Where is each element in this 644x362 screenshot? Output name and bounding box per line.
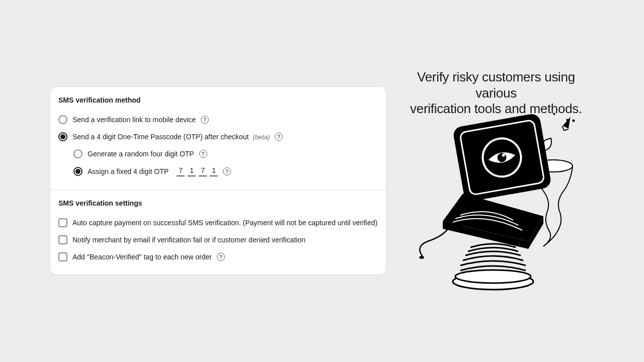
option-random-otp[interactable]: Generate a random four digit OTP bbox=[58, 145, 378, 162]
radio-icon[interactable] bbox=[58, 132, 67, 141]
svg-point-4 bbox=[419, 256, 424, 259]
setting-add-tag[interactable]: Add "Beacon-Verified" tag to each new or… bbox=[58, 248, 378, 265]
option-label: Add "Beacon-Verified" tag to each new or… bbox=[72, 253, 212, 261]
sms-method-title: SMS verification method bbox=[58, 96, 378, 104]
sms-settings-section: SMS verification settings Auto capture p… bbox=[50, 190, 386, 275]
setting-notify-merchant[interactable]: Notify merchant by email if verification… bbox=[58, 231, 378, 248]
otp-digit-3[interactable] bbox=[199, 166, 207, 176]
option-label: Send a 4 digit One-Time Passcode (OTP) a… bbox=[72, 133, 270, 141]
otp-digit-4[interactable] bbox=[210, 166, 218, 176]
radio-icon[interactable] bbox=[73, 149, 83, 158]
checkbox-icon[interactable] bbox=[58, 235, 67, 244]
settings-card: SMS verification method Send a verificat… bbox=[50, 87, 386, 275]
option-label: Send a verification link to mobile devic… bbox=[72, 116, 196, 124]
otp-digit-1[interactable] bbox=[177, 166, 185, 176]
headline-line-1: Verify risky customers using various bbox=[417, 69, 575, 101]
option-label-text: Send a 4 digit One-Time Passcode (OTP) a… bbox=[72, 133, 249, 141]
svg-point-3 bbox=[455, 270, 531, 283]
option-label: Notify merchant by email if verification… bbox=[72, 236, 305, 244]
radio-icon[interactable] bbox=[58, 115, 67, 124]
svg-point-1 bbox=[573, 120, 575, 122]
radio-icon[interactable] bbox=[73, 167, 83, 176]
checkbox-icon[interactable] bbox=[58, 218, 67, 227]
sms-method-section: SMS verification method Send a verificat… bbox=[50, 87, 386, 190]
option-label: Assign a fixed 4 digit OTP bbox=[88, 167, 169, 175]
help-icon[interactable] bbox=[217, 253, 225, 261]
laptop-illustration bbox=[413, 111, 584, 292]
beta-badge: (beta) bbox=[253, 133, 270, 141]
setting-auto-capture[interactable]: Auto capture payment on successful SMS v… bbox=[58, 214, 378, 231]
sms-settings-title: SMS verification settings bbox=[58, 199, 378, 207]
option-label: Auto capture payment on successful SMS v… bbox=[72, 219, 377, 227]
option-fixed-otp[interactable]: Assign a fixed 4 digit OTP bbox=[58, 162, 378, 180]
headline: Verify risky customers using various ver… bbox=[400, 69, 592, 117]
help-icon[interactable] bbox=[201, 116, 209, 124]
option-otp[interactable]: Send a 4 digit One-Time Passcode (OTP) a… bbox=[58, 128, 378, 145]
otp-inputs bbox=[177, 166, 218, 176]
checkbox-icon[interactable] bbox=[58, 252, 67, 261]
help-icon[interactable] bbox=[275, 133, 283, 141]
option-label: Generate a random four digit OTP bbox=[88, 150, 194, 158]
help-icon[interactable] bbox=[199, 150, 207, 158]
option-verification-link[interactable]: Send a verification link to mobile devic… bbox=[58, 111, 378, 128]
help-icon[interactable] bbox=[223, 167, 231, 175]
otp-digit-2[interactable] bbox=[188, 166, 196, 176]
